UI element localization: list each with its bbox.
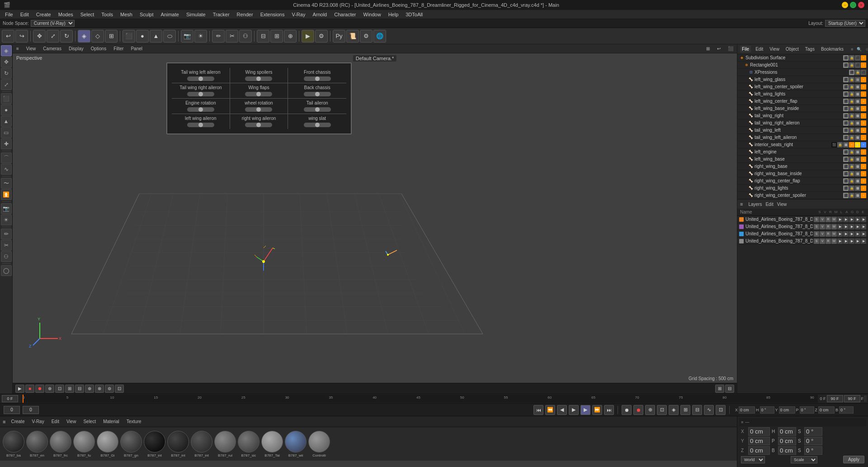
xpresso-slider-2-2[interactable]	[304, 107, 331, 112]
obj-lock-btn-lwg[interactable]: 🔒	[849, 77, 854, 82]
coord-x-input[interactable]	[739, 406, 755, 414]
mat-tab-edit[interactable]: Edit	[50, 418, 61, 425]
snap2-button[interactable]: ⊞	[270, 30, 283, 43]
menu-arnold[interactable]: Arnold	[309, 11, 330, 18]
obj-render-btn-isr[interactable]: ▩	[843, 142, 849, 148]
layer-tab-edit[interactable]: Edit	[765, 202, 773, 207]
layer-s-help[interactable]: S	[814, 238, 819, 244]
obj-render-btn-lwbi[interactable]: ▩	[855, 106, 860, 111]
coord-transform-select[interactable]: Scale Position	[791, 456, 817, 463]
layer-g-ctrl[interactable]: ▶	[849, 231, 854, 237]
obj-item-rwbi[interactable]: 🦴 right_wing_base_inside ⬛ 🔒 ▩ ▪	[737, 170, 868, 177]
key-frame-btn[interactable]: ◈	[669, 405, 679, 415]
vp-menu-cameras[interactable]: Cameras	[41, 46, 63, 51]
obj-item-rwcf[interactable]: 🦴 right_wing_center_flap ⬛ 🔒 ▩ ▪	[737, 177, 868, 185]
obj-render-btn-lwb[interactable]: ▩	[855, 157, 860, 162]
layer-v-ctrl[interactable]: V	[820, 231, 825, 237]
obj-vis-btn-twl[interactable]: ⬛	[843, 128, 849, 133]
xpresso-slider-1-0[interactable]	[187, 92, 214, 96]
coord-x-field[interactable]	[748, 427, 770, 436]
layer-l-ctrl[interactable]: ▶	[837, 231, 843, 237]
xpresso-slider-1-1[interactable]	[245, 92, 272, 96]
tool-cone[interactable]: ▲	[1, 116, 12, 127]
tool-cube[interactable]: ⬛	[1, 93, 12, 104]
vp-timeline-btn[interactable]: ⊡	[115, 385, 124, 393]
next-frame-btn[interactable]: ⏩	[592, 405, 602, 415]
menu-tools[interactable]: Tools	[98, 11, 116, 18]
panel-bookmark-icon[interactable]: ☆	[865, 47, 868, 52]
layer-r-geometry[interactable]: R	[826, 217, 831, 222]
tool-select[interactable]: ◈	[1, 45, 12, 56]
obj-lock-btn-lwl[interactable]: 🔒	[849, 91, 854, 97]
obj-render-btn-rwcf[interactable]: ▩	[855, 178, 860, 184]
obj-item-twr[interactable]: 🦴 tail_wing_right ⬛ 🔒 ▩ ▪	[737, 112, 868, 119]
obj-vis-btn-rwcs[interactable]: ⬛	[843, 193, 849, 198]
obj-vis-btn-twra[interactable]: ⬛	[843, 120, 849, 126]
mat-tab-texture[interactable]: Texture	[125, 418, 143, 425]
layer-s-bones[interactable]: S	[814, 224, 819, 229]
vp-snap-btn[interactable]: ⊞	[65, 385, 74, 393]
play-forward-btn[interactable]: ▶	[580, 405, 590, 415]
obj-vis-btn-rwb[interactable]: ⬛	[843, 164, 849, 169]
tool-twist[interactable]: ∿	[1, 164, 12, 175]
render-settings-button[interactable]: ⚙	[315, 30, 328, 43]
vp-snap2-btn[interactable]: ⊟	[75, 385, 84, 393]
magnet-button[interactable]: ⚇	[239, 30, 252, 43]
tool-rotate[interactable]: ↻	[1, 68, 12, 79]
key-all-btn[interactable]: ⊕	[645, 405, 655, 415]
obj-tag-btn-lwb[interactable]: ▪	[861, 157, 866, 162]
vp-menu-display[interactable]: Display	[67, 46, 85, 51]
coord-y-field[interactable]	[748, 437, 770, 445]
maximize-button[interactable]: □	[850, 2, 856, 8]
render-button[interactable]: ▶	[302, 30, 314, 43]
tool-camera2[interactable]: 📷	[1, 203, 12, 214]
obj-lock-btn-twra[interactable]: 🔒	[849, 120, 854, 126]
obj-lock-btn-rwb[interactable]: 🔒	[849, 164, 854, 169]
menu-character[interactable]: Character	[331, 11, 359, 18]
obj-lock-btn-lwbi[interactable]: 🔒	[849, 106, 854, 111]
menu-render[interactable]: Render	[234, 11, 256, 18]
obj-tag-btn-rwbi[interactable]: ▪	[861, 171, 866, 176]
menu-tracker[interactable]: Tracker	[210, 11, 233, 18]
redo-button[interactable]: ↪	[15, 30, 28, 43]
mat-item-0[interactable]: B787_ba	[3, 431, 24, 457]
obj-tag3-btn-isr[interactable]: ▪	[861, 142, 866, 148]
obj-render-btn-twra[interactable]: ▩	[855, 120, 860, 126]
tool-magnet2[interactable]: ⚇	[1, 251, 12, 262]
obj-tag-btn-lwcf[interactable]: ▪	[861, 99, 866, 104]
obj-render-btn-rwl[interactable]: ▩	[855, 186, 860, 191]
vp-paste-btn[interactable]: ⊟	[725, 385, 734, 393]
layer-e-bones[interactable]: ▶	[861, 224, 866, 229]
frame-current-input[interactable]	[2, 395, 18, 402]
panel-tab-file[interactable]: File	[740, 46, 751, 52]
first-frame-btn[interactable]: ⏮	[533, 405, 543, 415]
obj-render-btn-rect[interactable]: ⬛	[855, 62, 860, 68]
mat-item-4[interactable]: B787_Gi	[97, 431, 118, 457]
obj-render-btn-lwg[interactable]: ▩	[855, 77, 860, 82]
tool-paint2[interactable]: ✏	[1, 229, 12, 239]
mat-item-13[interactable]: Controlli	[308, 431, 330, 457]
layer-s-ctrl[interactable]: S	[814, 231, 819, 237]
coord-p-input[interactable]	[800, 406, 814, 414]
layer-item-helpers[interactable]: United_Airlines_Boeing_787_8_Dreamliner_…	[737, 238, 868, 245]
tool-extrude[interactable]: ⏫	[1, 189, 12, 200]
xpresso-slider-1-2[interactable]	[304, 92, 331, 96]
rotate-tool-button[interactable]: ↻	[60, 30, 73, 43]
coord-b-field[interactable]	[778, 446, 796, 455]
vp-menu-options[interactable]: Options	[89, 46, 108, 51]
mat-tab-view[interactable]: View	[65, 418, 78, 425]
obj-lock-btn-twla[interactable]: 🔒	[849, 135, 854, 140]
xpresso-slider-0-0[interactable]	[187, 76, 214, 81]
new-cube-button[interactable]: ⬛	[123, 30, 135, 43]
obj-tag-btn-rwb[interactable]: ▪	[861, 164, 866, 169]
tool-spline[interactable]: 〜	[1, 178, 12, 189]
obj-vis-btn-subdiv[interactable]: ⬛	[843, 55, 849, 61]
obj-tag-btn-twl[interactable]: ▪	[861, 128, 866, 133]
mat-item-7[interactable]: B787_int	[167, 431, 189, 457]
menu-animate[interactable]: Animate	[158, 11, 182, 18]
mat-item-12[interactable]: B787_wii	[285, 431, 307, 457]
obj-vis-btn-twla[interactable]: ⬛	[843, 135, 849, 140]
web-button[interactable]: 🌐	[373, 30, 386, 43]
new-cylinder-button[interactable]: ⬭	[163, 30, 176, 43]
settings-button[interactable]: ⚙	[360, 30, 373, 43]
